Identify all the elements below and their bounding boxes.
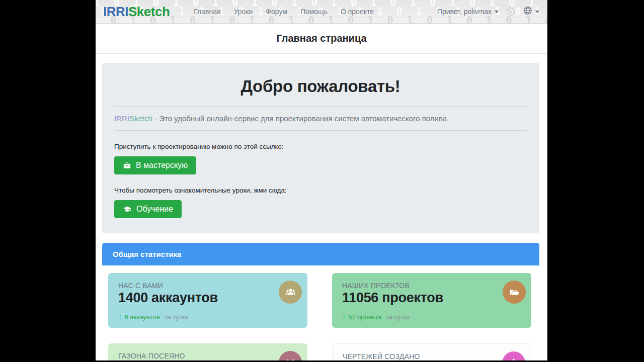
welcome-panel: Добро пожаловать! IRRISketch - Это удобн…	[102, 63, 539, 233]
nav-link-help[interactable]: Помощь	[300, 8, 328, 16]
nav-link-lessons[interactable]: Уроки	[234, 8, 253, 16]
main-content: Добро пожаловать! IRRISketch - Это удобн…	[96, 63, 547, 362]
globe-icon	[523, 6, 533, 18]
stat-delta: ↑ 52 проекта за сутки	[342, 312, 521, 321]
lessons-prompt: Чтобы посмотреть ознакомительные уроки, …	[114, 187, 527, 194]
whatsapp-icon[interactable]	[506, 7, 516, 17]
stat-card-drawings: ЧЕРТЕЖЕЙ СОЗДАНО 10905 чертежей	[332, 343, 531, 362]
stat-delta-value: 6 аккаунтов	[125, 313, 160, 321]
stat-delta: ↑ 6 аккаунтов за сутки	[118, 312, 297, 321]
stat-delta-suffix: за сутки	[165, 314, 188, 321]
stat-card-projects: НАШИХ ПРОЕКТОВ 11056 проектов ↑ 52 проек…	[332, 273, 531, 328]
divider	[114, 130, 527, 131]
lessons-button-label: Обучение	[136, 205, 173, 214]
user-greeting-label: Привет, polivmax	[437, 8, 492, 16]
stat-value: 1400 аккаунтов	[118, 290, 297, 306]
logo[interactable]: IRRISketch	[103, 4, 170, 20]
user-menu[interactable]: Привет, polivmax	[437, 8, 499, 16]
stats-panel: Общая статистика НАС С ВАМИ 1400 аккаунт…	[102, 243, 539, 362]
caret-down-icon	[495, 11, 499, 13]
stat-card-accounts: НАС С ВАМИ 1400 аккаунтов ↑ 6 аккаунтов …	[108, 273, 307, 328]
workshop-prompt: Приступить к проектированию можно по это…	[114, 143, 527, 150]
language-globe-menu[interactable]	[523, 6, 539, 18]
briefcase-icon	[123, 161, 131, 170]
up-arrow-icon: ↑	[118, 312, 122, 321]
nav-link-home[interactable]: Главная	[194, 8, 220, 16]
stat-delta-suffix: за сутки	[386, 314, 410, 321]
stat-label: НАС С ВАМИ	[118, 282, 297, 290]
navbar-right: Привет, polivmax	[437, 6, 539, 18]
stat-delta-value: 52 проекта	[349, 313, 382, 321]
page-root: 1 0 1 0 1 0 1 0 1 0 1 0 1 0 1 0 1 0 1 0 …	[96, 0, 547, 362]
welcome-heading: Добро пожаловать!	[114, 77, 527, 96]
stats-grid: НАС С ВАМИ 1400 аккаунтов ↑ 6 аккаунтов …	[108, 273, 533, 362]
navbar: 1 0 1 0 1 0 1 0 1 0 1 0 1 0 1 0 1 0 1 0 …	[96, 0, 547, 24]
stats-panel-header: Общая статистика	[102, 243, 539, 265]
divider	[114, 106, 527, 107]
folder-open-icon	[503, 281, 526, 304]
caret-down-icon	[535, 11, 539, 13]
brand-part-irri: IRRI	[114, 114, 129, 123]
stat-value: 11056 проектов	[342, 290, 521, 306]
page-title: Главная страница	[276, 33, 366, 44]
up-arrow-icon: ↑	[342, 312, 346, 321]
nav-link-about[interactable]: О проекте	[341, 8, 374, 16]
logo-part-sketch: Sketch	[128, 4, 170, 19]
workshop-button-label: В мастерскую	[136, 161, 188, 170]
stat-card-lawn: ГАЗОНА ПОСЕЯНО 4940875 м2	[108, 343, 307, 362]
main-nav: Главная Уроки Форум Помощь О проекте	[181, 8, 374, 16]
brand-part-sketch: Sketch	[129, 114, 152, 123]
page-title-band: Главная страница	[96, 24, 547, 54]
users-icon	[279, 281, 302, 304]
stat-label: ГАЗОНА ПОСЕЯНО	[118, 352, 297, 360]
logo-part-irri: IRRI	[103, 4, 128, 19]
stats-panel-body: НАС С ВАМИ 1400 аккаунтов ↑ 6 аккаунтов …	[102, 265, 539, 362]
welcome-lead: IRRISketch - Это удобный онлайн-сервис д…	[114, 114, 527, 123]
lead-text: - Это удобный онлайн-сервис для проектир…	[152, 114, 447, 123]
lessons-button[interactable]: Обучение	[114, 200, 182, 218]
workshop-button[interactable]: В мастерскую	[114, 156, 196, 174]
stat-label: ЧЕРТЕЖЕЙ СОЗДАНО	[343, 352, 521, 360]
stat-label: НАШИХ ПРОЕКТОВ	[342, 282, 521, 290]
graduation-cap-icon	[123, 205, 132, 214]
nav-link-forum[interactable]: Форум	[266, 8, 287, 16]
navbar-inner: IRRISketch Главная Уроки Форум Помощь О …	[96, 0, 547, 23]
